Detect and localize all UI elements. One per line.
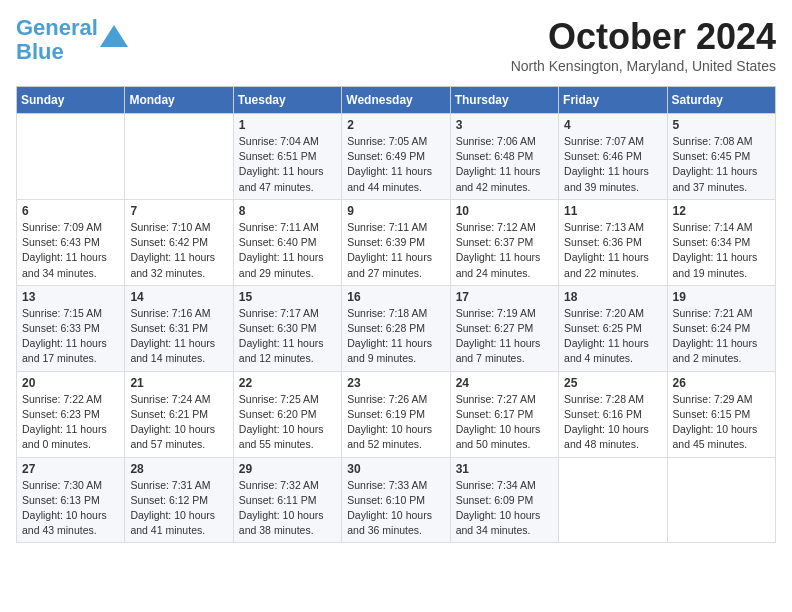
weekday-header: Tuesday	[233, 87, 341, 114]
cell-info: Sunrise: 7:09 AMSunset: 6:43 PMDaylight:…	[22, 220, 119, 281]
cell-info: Sunrise: 7:17 AMSunset: 6:30 PMDaylight:…	[239, 306, 336, 367]
day-number: 29	[239, 462, 336, 476]
calendar-cell: 22Sunrise: 7:25 AMSunset: 6:20 PMDayligh…	[233, 371, 341, 457]
cell-info: Sunrise: 7:08 AMSunset: 6:45 PMDaylight:…	[673, 134, 770, 195]
day-number: 24	[456, 376, 553, 390]
day-number: 25	[564, 376, 661, 390]
calendar-cell: 9Sunrise: 7:11 AMSunset: 6:39 PMDaylight…	[342, 199, 450, 285]
weekday-header: Monday	[125, 87, 233, 114]
day-number: 8	[239, 204, 336, 218]
calendar-cell: 5Sunrise: 7:08 AMSunset: 6:45 PMDaylight…	[667, 114, 775, 200]
calendar-week-row: 1Sunrise: 7:04 AMSunset: 6:51 PMDaylight…	[17, 114, 776, 200]
logo-text: GeneralBlue	[16, 16, 98, 64]
cell-info: Sunrise: 7:33 AMSunset: 6:10 PMDaylight:…	[347, 478, 444, 539]
cell-info: Sunrise: 7:24 AMSunset: 6:21 PMDaylight:…	[130, 392, 227, 453]
cell-info: Sunrise: 7:19 AMSunset: 6:27 PMDaylight:…	[456, 306, 553, 367]
day-number: 2	[347, 118, 444, 132]
day-number: 19	[673, 290, 770, 304]
calendar-cell: 26Sunrise: 7:29 AMSunset: 6:15 PMDayligh…	[667, 371, 775, 457]
day-number: 23	[347, 376, 444, 390]
page-header: GeneralBlue October 2024 North Kensingto…	[16, 16, 776, 74]
calendar-cell	[667, 457, 775, 543]
calendar-cell: 21Sunrise: 7:24 AMSunset: 6:21 PMDayligh…	[125, 371, 233, 457]
day-number: 31	[456, 462, 553, 476]
cell-info: Sunrise: 7:32 AMSunset: 6:11 PMDaylight:…	[239, 478, 336, 539]
cell-info: Sunrise: 7:30 AMSunset: 6:13 PMDaylight:…	[22, 478, 119, 539]
calendar-cell: 6Sunrise: 7:09 AMSunset: 6:43 PMDaylight…	[17, 199, 125, 285]
day-number: 12	[673, 204, 770, 218]
cell-info: Sunrise: 7:10 AMSunset: 6:42 PMDaylight:…	[130, 220, 227, 281]
calendar-cell: 17Sunrise: 7:19 AMSunset: 6:27 PMDayligh…	[450, 285, 558, 371]
day-number: 14	[130, 290, 227, 304]
calendar-week-row: 20Sunrise: 7:22 AMSunset: 6:23 PMDayligh…	[17, 371, 776, 457]
day-number: 21	[130, 376, 227, 390]
cell-info: Sunrise: 7:13 AMSunset: 6:36 PMDaylight:…	[564, 220, 661, 281]
day-number: 26	[673, 376, 770, 390]
cell-info: Sunrise: 7:34 AMSunset: 6:09 PMDaylight:…	[456, 478, 553, 539]
calendar-cell: 15Sunrise: 7:17 AMSunset: 6:30 PMDayligh…	[233, 285, 341, 371]
calendar-cell: 31Sunrise: 7:34 AMSunset: 6:09 PMDayligh…	[450, 457, 558, 543]
day-number: 9	[347, 204, 444, 218]
day-number: 27	[22, 462, 119, 476]
calendar-cell: 23Sunrise: 7:26 AMSunset: 6:19 PMDayligh…	[342, 371, 450, 457]
day-number: 5	[673, 118, 770, 132]
calendar-cell: 2Sunrise: 7:05 AMSunset: 6:49 PMDaylight…	[342, 114, 450, 200]
day-number: 13	[22, 290, 119, 304]
logo-icon	[100, 25, 128, 47]
calendar-cell: 12Sunrise: 7:14 AMSunset: 6:34 PMDayligh…	[667, 199, 775, 285]
day-number: 7	[130, 204, 227, 218]
cell-info: Sunrise: 7:16 AMSunset: 6:31 PMDaylight:…	[130, 306, 227, 367]
cell-info: Sunrise: 7:14 AMSunset: 6:34 PMDaylight:…	[673, 220, 770, 281]
day-number: 11	[564, 204, 661, 218]
calendar-cell: 1Sunrise: 7:04 AMSunset: 6:51 PMDaylight…	[233, 114, 341, 200]
day-number: 15	[239, 290, 336, 304]
cell-info: Sunrise: 7:25 AMSunset: 6:20 PMDaylight:…	[239, 392, 336, 453]
calendar-cell: 8Sunrise: 7:11 AMSunset: 6:40 PMDaylight…	[233, 199, 341, 285]
month-title: October 2024	[511, 16, 776, 58]
cell-info: Sunrise: 7:28 AMSunset: 6:16 PMDaylight:…	[564, 392, 661, 453]
day-number: 1	[239, 118, 336, 132]
calendar-week-row: 13Sunrise: 7:15 AMSunset: 6:33 PMDayligh…	[17, 285, 776, 371]
calendar-table: SundayMondayTuesdayWednesdayThursdayFrid…	[16, 86, 776, 543]
cell-info: Sunrise: 7:07 AMSunset: 6:46 PMDaylight:…	[564, 134, 661, 195]
day-number: 30	[347, 462, 444, 476]
day-number: 3	[456, 118, 553, 132]
calendar-cell: 20Sunrise: 7:22 AMSunset: 6:23 PMDayligh…	[17, 371, 125, 457]
logo: GeneralBlue	[16, 16, 128, 64]
calendar-cell: 27Sunrise: 7:30 AMSunset: 6:13 PMDayligh…	[17, 457, 125, 543]
weekday-header: Thursday	[450, 87, 558, 114]
calendar-cell: 4Sunrise: 7:07 AMSunset: 6:46 PMDaylight…	[559, 114, 667, 200]
location-text: North Kensington, Maryland, United State…	[511, 58, 776, 74]
cell-info: Sunrise: 7:21 AMSunset: 6:24 PMDaylight:…	[673, 306, 770, 367]
weekday-header: Wednesday	[342, 87, 450, 114]
weekday-header: Sunday	[17, 87, 125, 114]
calendar-cell: 13Sunrise: 7:15 AMSunset: 6:33 PMDayligh…	[17, 285, 125, 371]
calendar-cell	[125, 114, 233, 200]
cell-info: Sunrise: 7:11 AMSunset: 6:40 PMDaylight:…	[239, 220, 336, 281]
calendar-cell: 25Sunrise: 7:28 AMSunset: 6:16 PMDayligh…	[559, 371, 667, 457]
day-number: 17	[456, 290, 553, 304]
calendar-cell: 10Sunrise: 7:12 AMSunset: 6:37 PMDayligh…	[450, 199, 558, 285]
cell-info: Sunrise: 7:12 AMSunset: 6:37 PMDaylight:…	[456, 220, 553, 281]
cell-info: Sunrise: 7:05 AMSunset: 6:49 PMDaylight:…	[347, 134, 444, 195]
day-number: 6	[22, 204, 119, 218]
cell-info: Sunrise: 7:29 AMSunset: 6:15 PMDaylight:…	[673, 392, 770, 453]
calendar-cell: 30Sunrise: 7:33 AMSunset: 6:10 PMDayligh…	[342, 457, 450, 543]
cell-info: Sunrise: 7:27 AMSunset: 6:17 PMDaylight:…	[456, 392, 553, 453]
calendar-cell	[17, 114, 125, 200]
weekday-header: Saturday	[667, 87, 775, 114]
calendar-cell: 14Sunrise: 7:16 AMSunset: 6:31 PMDayligh…	[125, 285, 233, 371]
cell-info: Sunrise: 7:18 AMSunset: 6:28 PMDaylight:…	[347, 306, 444, 367]
weekday-header: Friday	[559, 87, 667, 114]
calendar-header: SundayMondayTuesdayWednesdayThursdayFrid…	[17, 87, 776, 114]
cell-info: Sunrise: 7:26 AMSunset: 6:19 PMDaylight:…	[347, 392, 444, 453]
cell-info: Sunrise: 7:20 AMSunset: 6:25 PMDaylight:…	[564, 306, 661, 367]
day-number: 20	[22, 376, 119, 390]
cell-info: Sunrise: 7:22 AMSunset: 6:23 PMDaylight:…	[22, 392, 119, 453]
day-number: 28	[130, 462, 227, 476]
calendar-cell: 7Sunrise: 7:10 AMSunset: 6:42 PMDaylight…	[125, 199, 233, 285]
calendar-cell: 19Sunrise: 7:21 AMSunset: 6:24 PMDayligh…	[667, 285, 775, 371]
svg-marker-0	[100, 25, 128, 47]
calendar-week-row: 27Sunrise: 7:30 AMSunset: 6:13 PMDayligh…	[17, 457, 776, 543]
cell-info: Sunrise: 7:15 AMSunset: 6:33 PMDaylight:…	[22, 306, 119, 367]
